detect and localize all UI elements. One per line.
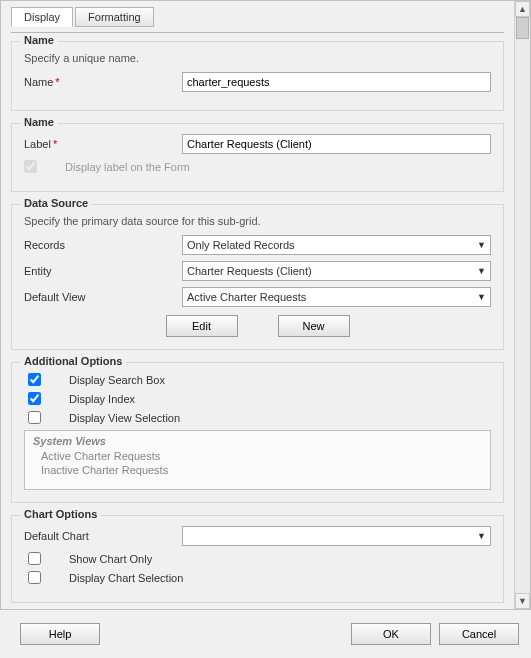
records-label: Records [24,239,174,251]
new-button[interactable]: New [278,315,350,337]
system-views-header: System Views [33,435,482,447]
display-index-label: Display Index [69,393,135,405]
defaultchart-label: Default Chart [24,530,174,542]
scroll-track[interactable] [515,17,530,593]
group-datasource-legend: Data Source [20,197,92,209]
defaultview-label: Default View [24,291,174,303]
list-item: Active Charter Requests [33,449,482,463]
defaultview-select[interactable]: Active Charter Requests ▼ [182,287,491,307]
chevron-down-icon: ▼ [477,531,486,541]
required-asterisk-icon: * [55,76,59,88]
vertical-scrollbar[interactable]: ▲ ▼ [514,1,530,609]
scroll-down-arrow-icon[interactable]: ▼ [515,593,530,609]
required-asterisk-icon: * [53,138,57,150]
display-search-label: Display Search Box [69,374,165,386]
chevron-down-icon: ▼ [477,266,486,276]
group-chartoptions-legend: Chart Options [20,508,101,520]
records-select-value: Only Related Records [187,239,295,251]
system-views-list: System Views Active Charter Requests Ina… [24,430,491,490]
display-chart-selection-label: Display Chart Selection [69,572,183,584]
group-chartoptions: Chart Options Default Chart ▼ Show Chart… [11,515,504,603]
scroll-up-arrow-icon[interactable]: ▲ [515,1,530,17]
help-button[interactable]: Help [20,623,100,645]
group-datasource-desc: Specify the primary data source for this… [24,215,491,227]
tabstrip: Display Formatting [11,7,504,27]
group-label-legend: Name [20,116,58,128]
defaultchart-select[interactable]: ▼ [182,526,491,546]
label-input[interactable] [182,134,491,154]
show-chart-only-checkbox[interactable] [28,552,41,565]
records-select[interactable]: Only Related Records ▼ [182,235,491,255]
entity-select[interactable]: Charter Requests (Client) ▼ [182,261,491,281]
cancel-button[interactable]: Cancel [439,623,519,645]
group-name-desc: Specify a unique name. [24,52,491,64]
group-name-legend: Name [20,34,58,46]
display-label-text: Display label on the Form [65,161,190,173]
display-search-checkbox[interactable] [28,373,41,386]
dialog-button-bar: Help OK Cancel [0,610,531,658]
name-field-label: Name* [24,76,174,88]
display-label-checkbox [24,160,37,173]
label-field-label-text: Label [24,138,51,150]
entity-label: Entity [24,265,174,277]
display-chart-selection-checkbox[interactable] [28,571,41,584]
dialog-body: Display Formatting Name Specify a unique… [0,0,531,610]
defaultview-select-value: Active Charter Requests [187,291,306,303]
name-input[interactable] [182,72,491,92]
group-datasource: Data Source Specify the primary data sou… [11,204,504,350]
scroll-thumb[interactable] [516,17,529,39]
display-index-checkbox[interactable] [28,392,41,405]
content-scroll: Display Formatting Name Specify a unique… [1,1,514,609]
entity-select-value: Charter Requests (Client) [187,265,312,277]
label-field-label: Label* [24,138,174,150]
display-viewselection-label: Display View Selection [69,412,180,424]
group-additional: Additional Options Display Search Box Di… [11,362,504,503]
list-item: Inactive Charter Requests [33,463,482,477]
edit-button[interactable]: Edit [166,315,238,337]
group-name: Name Specify a unique name. Name* [11,41,504,111]
display-viewselection-checkbox[interactable] [28,411,41,424]
chevron-down-icon: ▼ [477,240,486,250]
datasource-button-row: Edit New [24,315,491,337]
tab-underline [11,32,504,33]
show-chart-only-label: Show Chart Only [69,553,152,565]
tab-display[interactable]: Display [11,7,73,27]
group-additional-legend: Additional Options [20,355,126,367]
ok-button[interactable]: OK [351,623,431,645]
chevron-down-icon: ▼ [477,292,486,302]
tab-formatting[interactable]: Formatting [75,7,154,27]
group-label: Name Label* Display label on the Form [11,123,504,192]
name-field-label-text: Name [24,76,53,88]
